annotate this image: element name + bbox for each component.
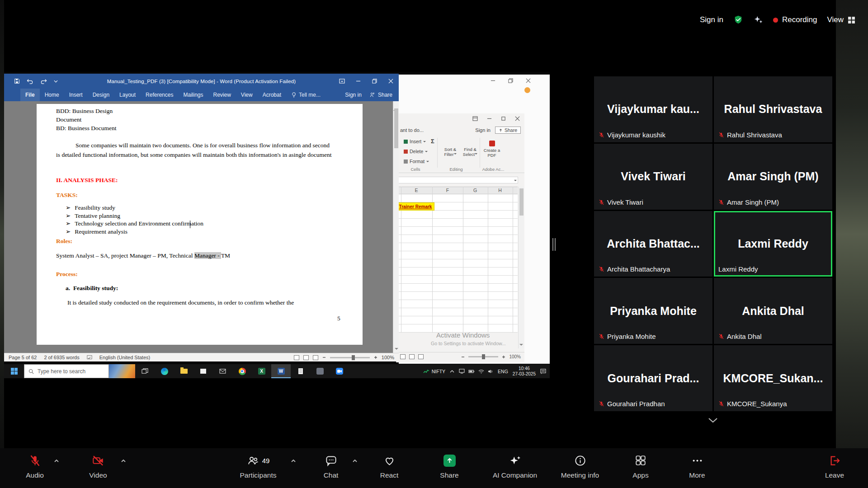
word-zoom-level[interactable]: 100% xyxy=(382,355,394,360)
document-page[interactable]: BDD: Business Design Document BD: Busine… xyxy=(37,104,363,345)
word-tab-references[interactable]: References xyxy=(141,89,178,101)
excel-insert-button[interactable]: Insert xyxy=(404,139,426,144)
bg-minimize-button[interactable] xyxy=(491,78,495,83)
word-share-button[interactable]: Share xyxy=(370,92,392,98)
undo-icon[interactable] xyxy=(27,79,33,84)
excel-find-select-button[interactable]: Find & Select xyxy=(460,147,481,157)
excel-normal-view-icon[interactable] xyxy=(400,354,406,359)
column-header-f[interactable]: F xyxy=(443,188,452,193)
start-button[interactable] xyxy=(4,364,24,378)
security-shield-icon[interactable] xyxy=(733,15,743,25)
excel-formula-bar[interactable] xyxy=(396,177,518,183)
qat-customize-chevron-icon[interactable] xyxy=(54,80,58,83)
ribbon-display-options-icon[interactable] xyxy=(334,74,350,89)
word-minimize-button[interactable] xyxy=(350,74,366,89)
participants-options-chevron[interactable] xyxy=(289,457,297,465)
column-header-e[interactable]: E xyxy=(412,188,421,193)
chat-button[interactable]: Chat xyxy=(308,454,354,479)
status-page-count[interactable]: Page 5 of 62 xyxy=(9,355,37,360)
participants-button[interactable]: 49 Participants xyxy=(224,454,292,479)
excel-delete-button[interactable]: Delete xyxy=(404,149,428,154)
excel-zoom-in-icon[interactable] xyxy=(502,355,505,359)
tell-me-box[interactable]: Tell me... xyxy=(292,92,321,98)
participant-tile[interactable]: Ankita Dhal Ankita Dhal xyxy=(714,278,832,344)
participant-tile[interactable]: Rahul Shrivastava Rahul Shrivastava xyxy=(714,76,832,142)
taskbar-edge-icon[interactable] xyxy=(155,364,174,378)
excel-column-headers[interactable]: E F G H xyxy=(396,187,518,194)
excel-vertical-scrollbar[interactable] xyxy=(518,187,524,348)
video-button[interactable]: Video xyxy=(73,454,123,479)
participant-tile[interactable]: Priyanka Mohite Priyanka Mohite xyxy=(594,278,712,344)
word-tab-layout[interactable]: Layout xyxy=(114,89,141,101)
excel-sign-in[interactable]: Sign in xyxy=(475,127,491,133)
print-layout-icon[interactable] xyxy=(303,355,309,360)
excel-format-button[interactable]: Format xyxy=(404,159,429,164)
web-layout-icon[interactable] xyxy=(313,355,318,360)
word-title-bar[interactable]: Manual_Testing_PDF (3) [Compatibility Mo… xyxy=(4,74,399,89)
excel-zoom-slider[interactable] xyxy=(468,356,498,357)
bg-close-button[interactable] xyxy=(526,78,531,83)
taskbar-app-icon[interactable] xyxy=(310,364,330,378)
proofing-icon[interactable] xyxy=(87,355,92,360)
taskbar-clock[interactable]: 10:46 27-03-2025 xyxy=(513,366,536,376)
redo-icon[interactable] xyxy=(40,79,47,84)
word-zoom-slider[interactable] xyxy=(330,357,370,358)
word-tab-insert[interactable]: Insert xyxy=(64,89,88,101)
taskbar-zoom-icon[interactable] xyxy=(330,364,349,378)
task-view-icon[interactable] xyxy=(135,364,155,378)
taskbar-word-icon[interactable]: W xyxy=(271,364,291,378)
word-tab-review[interactable]: Review xyxy=(208,89,236,101)
excel-create-pdf-button[interactable]: Create a PDF xyxy=(481,141,502,158)
excel-ribbon-display-icon[interactable] xyxy=(472,116,478,121)
save-icon[interactable] xyxy=(14,78,20,84)
zoom-out-icon[interactable] xyxy=(322,356,326,359)
excel-close-button[interactable] xyxy=(515,116,520,121)
word-tab-home[interactable]: Home xyxy=(40,89,64,101)
tray-battery-icon[interactable] xyxy=(468,370,475,373)
participant-tile[interactable]: Amar Singh (PM) Amar Singh (PM) xyxy=(714,144,832,210)
participant-tile[interactable]: Vijaykumar kau... Vijaykumar kaushik xyxy=(594,76,712,142)
excel-zoom-level[interactable]: 100% xyxy=(509,354,521,359)
participant-tile[interactable]: Gourahari Prad... Gourahari Pradhan xyxy=(594,345,712,411)
gallery-collapse-chevron[interactable] xyxy=(706,416,720,425)
excel-page-layout-icon[interactable] xyxy=(409,354,415,359)
video-options-chevron[interactable] xyxy=(119,457,127,465)
zoom-in-icon[interactable] xyxy=(374,356,377,359)
taskbar-search-box[interactable]: Type here to search xyxy=(24,364,109,378)
chat-options-chevron[interactable] xyxy=(351,457,359,465)
word-restore-button[interactable] xyxy=(366,74,382,89)
apps-button[interactable]: Apps xyxy=(618,454,663,479)
word-tab-design[interactable]: Design xyxy=(88,89,114,101)
tray-monitor-icon[interactable] xyxy=(459,369,465,374)
taskbar-mail-icon[interactable] xyxy=(213,364,232,378)
excel-sheet-grid[interactable] xyxy=(396,194,518,333)
excel-restore-button[interactable] xyxy=(501,116,506,121)
view-button[interactable]: View xyxy=(827,15,855,24)
participant-tile-active-speaker[interactable]: Laxmi Reddy Laxmi Reddy xyxy=(714,211,832,277)
word-tab-mailings[interactable]: Mailings xyxy=(178,89,208,101)
bg-restore-button[interactable] xyxy=(508,78,513,83)
taskbar-notepad-icon[interactable] xyxy=(291,364,310,378)
ai-companion-sparkle-icon[interactable] xyxy=(753,15,763,25)
participant-tile[interactable]: KMCORE_Sukan... KMCORE_Sukanya xyxy=(714,345,832,411)
leave-button[interactable]: Leave xyxy=(812,454,857,479)
taskbar-file-explorer-icon[interactable] xyxy=(174,364,193,378)
tray-volume-icon[interactable] xyxy=(488,369,493,374)
status-word-count[interactable]: 2 of 6935 words xyxy=(44,355,79,360)
meeting-info-button[interactable]: Meeting info xyxy=(548,454,612,479)
taskbar-weather-widget[interactable] xyxy=(109,364,135,378)
excel-page-break-icon[interactable] xyxy=(418,354,424,359)
ai-companion-button[interactable]: AI Companion xyxy=(481,454,549,479)
word-sign-in[interactable]: Sign in xyxy=(345,92,362,98)
excel-zoom-out-icon[interactable] xyxy=(461,355,465,359)
column-header-h[interactable]: H xyxy=(495,188,505,193)
word-tab-view[interactable]: View xyxy=(236,89,258,101)
taskbar-chrome-icon[interactable] xyxy=(232,364,252,378)
excel-share-button[interactable]: Share xyxy=(495,127,521,134)
taskbar-excel-icon[interactable]: X xyxy=(252,364,271,378)
participant-tile[interactable]: Vivek Tiwari Vivek Tiwari xyxy=(594,144,712,210)
formula-bar-dropdown-icon[interactable] xyxy=(514,180,517,183)
language-indicator[interactable]: ENG xyxy=(498,369,508,374)
excel-minimize-button[interactable] xyxy=(487,116,492,121)
help-icon[interactable] xyxy=(524,87,530,93)
